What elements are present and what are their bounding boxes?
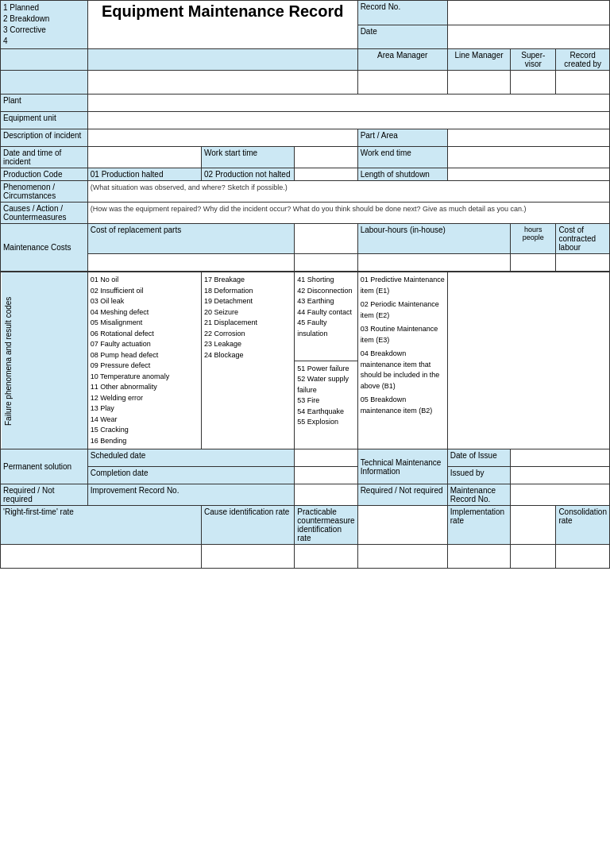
cause-identification-label: Cause identification rate <box>202 506 295 545</box>
causes-hint: (How was the equipment repaired? Why did… <box>91 205 607 213</box>
implementation-rate-label: Implementation rate <box>447 506 510 545</box>
failure-code-item: 24 Blockage <box>204 350 291 361</box>
practicable-value[interactable] <box>357 506 447 545</box>
form-title-cell: Equipment Maintenance Record <box>87 1 357 49</box>
consolidation-value[interactable] <box>556 545 610 569</box>
failure-code-item: 01 Predictive Maintenance item (E1) <box>361 275 445 296</box>
practicable-value3[interactable] <box>357 545 447 569</box>
failure-code-item: 52 Water supply failure <box>297 374 354 395</box>
right-first-time-value[interactable] <box>1 545 202 569</box>
supervisor-value[interactable] <box>511 71 556 95</box>
part-area-label: Part / Area <box>357 129 447 147</box>
length-shutdown-label: Length of shutdown <box>357 168 447 181</box>
phenomenon-label: Phenomenon / Circumstances <box>1 181 88 203</box>
scheduled-date-value[interactable] <box>295 449 357 467</box>
implementation-value3[interactable] <box>511 545 556 569</box>
causes-content[interactable]: (How was the equipment repaired? Why did… <box>87 203 609 224</box>
production-code-label: Production Code <box>1 168 88 181</box>
work-start-value[interactable] <box>295 147 357 168</box>
causes-label: Causes / Action / Countermeasures <box>1 203 88 224</box>
consolidation-rate-label: Consolidation rate <box>556 506 610 545</box>
plant-value[interactable] <box>87 95 609 112</box>
maintenance-costs-label: Maintenance Costs <box>1 224 88 272</box>
failure-code-item: 05 Breakdown maintenance item (B2) <box>361 395 445 416</box>
technical-maintenance-label: Technical Maintenance Information <box>357 449 447 484</box>
improvement-record-label: Improvement Record No. <box>87 484 295 506</box>
work-end-value[interactable] <box>447 147 609 168</box>
record-no-value[interactable] <box>447 1 609 25</box>
date-time-value[interactable] <box>87 147 201 168</box>
main-form-table: 1 Planned 2 Breakdown 3 Corrective 4 Equ… <box>0 0 610 569</box>
failure-code-item: 44 Faulty contact <box>297 307 354 318</box>
work-end-label: Work end time <box>357 147 447 168</box>
failure-code-item: 08 Pump head defect <box>91 350 199 361</box>
failure-codes-col2: 17 Breakage18 Deformation19 Detachment20… <box>202 272 295 449</box>
line-manager-value[interactable] <box>447 71 510 95</box>
issued-by-value[interactable] <box>511 467 610 484</box>
replacement-parts-value[interactable] <box>295 224 357 254</box>
area-manager-label: Area Manager <box>357 49 447 71</box>
failure-codes-col1: 01 No oil02 Insufficient oil03 Oil leak0… <box>87 272 201 449</box>
failure-codes-col3b: 51 Power failure52 Water supply failure5… <box>295 361 357 449</box>
hours-people-value[interactable] <box>511 254 556 272</box>
phenomenon-content[interactable]: (What situation was observed, and where?… <box>87 181 609 203</box>
implementation-value[interactable] <box>511 506 556 545</box>
practicable-value2[interactable] <box>295 545 357 569</box>
date-label: Date <box>361 27 377 36</box>
failure-code-item: 02 Insufficient oil <box>91 286 199 297</box>
failure-code-item: 12 Welding error <box>91 393 199 404</box>
implementation-value2[interactable] <box>447 545 510 569</box>
improvement-record-value[interactable] <box>295 484 357 506</box>
failure-code-item: 16 Bending <box>91 436 199 447</box>
replacement-parts-label: Cost of replacement parts <box>87 224 295 254</box>
prod-code-extra[interactable] <box>295 168 357 181</box>
failure-code-item: 22 Corrosion <box>204 329 291 340</box>
failure-code-item: 11 Other abnormality <box>91 382 199 393</box>
permanent-solution-label: Permanent solution <box>1 449 88 484</box>
date-of-issue-value[interactable] <box>511 449 610 467</box>
prod-not-halted-label: 02 Production not halted <box>202 168 295 181</box>
completion-date-label: Completion date <box>87 467 295 484</box>
cause-identification-value[interactable] <box>202 545 295 569</box>
date-value[interactable] <box>447 25 609 49</box>
work-start-label: Work start time <box>202 147 295 168</box>
description-label: Description of incident <box>1 129 88 147</box>
required2-label: Required / Not required <box>357 484 447 506</box>
labour-hours-value[interactable] <box>357 254 511 272</box>
form-title: Equipment Maintenance Record <box>102 2 344 20</box>
replacement-parts-value2[interactable] <box>87 254 295 272</box>
part-area-value[interactable] <box>447 129 609 147</box>
area-manager-value[interactable] <box>357 71 447 95</box>
failure-code-item: 21 Displacement <box>204 318 291 329</box>
failure-code-item: 04 Breakdown maintenance item that shoul… <box>361 349 445 392</box>
spacer-cell <box>1 49 88 71</box>
failure-code-item: 01 No oil <box>91 275 199 286</box>
failure-code-item: 53 Fire <box>297 395 354 407</box>
contracted-labour-value[interactable] <box>556 254 610 272</box>
failure-codes-extra[interactable] <box>447 272 609 449</box>
failure-code-item: 45 Faulty insulation <box>297 318 354 339</box>
date-label-cell: Date <box>357 25 447 49</box>
failure-code-item: 41 Shorting <box>297 275 354 286</box>
equipment-unit-value[interactable] <box>87 112 609 129</box>
failure-code-item: 04 Meshing defect <box>91 307 199 318</box>
type-codes-cell: 1 Planned 2 Breakdown 3 Corrective 4 <box>1 1 88 49</box>
phenomenon-hint: (What situation was observed, and where?… <box>91 183 607 191</box>
maintenance-record-value[interactable] <box>511 484 610 506</box>
maintenance-record-label: Maintenance Record No. <box>447 484 510 506</box>
contracted-labour-label: Cost of contracted labour <box>556 224 610 254</box>
equipment-unit-label: Equipment unit <box>1 112 88 129</box>
length-shutdown-value[interactable] <box>447 168 609 181</box>
failure-code-item: 15 Cracking <box>91 425 199 436</box>
description-value[interactable] <box>87 129 357 147</box>
failure-code-item: 55 Explosion <box>297 417 354 428</box>
practicable-countermeasure-label: Practicable countermeasure identificatio… <box>295 506 357 545</box>
failure-code-item: 05 Misalignment <box>91 318 199 329</box>
failure-codes-col3: 41 Shorting42 Disconnection43 Earthing44… <box>295 272 357 361</box>
completion-date-value[interactable] <box>295 467 357 484</box>
failure-code-item: 43 Earthing <box>297 296 354 307</box>
prod-halted-label: 01 Production halted <box>87 168 201 181</box>
replacement-value3[interactable] <box>295 254 357 272</box>
record-created-value[interactable] <box>556 71 610 95</box>
failure-code-item: 51 Power failure <box>297 364 354 375</box>
